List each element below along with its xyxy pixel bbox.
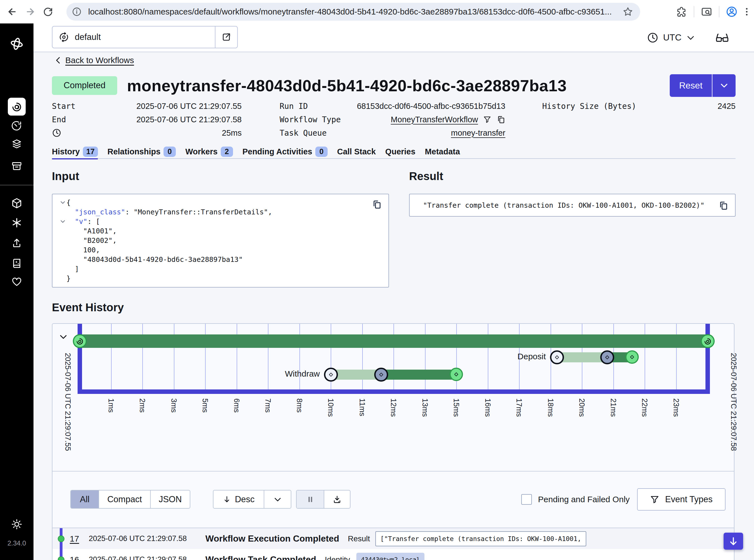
sort-desc-button[interactable]: Desc bbox=[213, 491, 264, 508]
sidebar-item-nexus[interactable] bbox=[0, 197, 34, 209]
axis-tick-label: 7ms bbox=[263, 398, 272, 413]
task-queue-link[interactable]: money-transfer bbox=[451, 128, 505, 138]
event-timestamp: 2025-07-06 UTC 21:29:07.58 bbox=[89, 534, 205, 543]
event-types-button[interactable]: Event Types bbox=[637, 488, 726, 511]
tab-call-stack[interactable]: Call Stack bbox=[337, 145, 376, 159]
event-id-link[interactable]: 16 bbox=[70, 555, 89, 560]
chevron-down-icon bbox=[719, 81, 729, 90]
sidebar-item-docs[interactable] bbox=[0, 258, 34, 269]
timezone-label: UTC bbox=[663, 33, 681, 43]
theme-toggle[interactable] bbox=[0, 518, 34, 530]
code-line: "json_class": "MoneyTransfer::TransferDe… bbox=[59, 207, 388, 217]
axis-tick-label: 22ms bbox=[640, 398, 649, 417]
address-bar[interactable]: localhost:8080/namespaces/default/workfl… bbox=[66, 3, 640, 21]
scroll-to-bottom-button[interactable] bbox=[724, 533, 743, 550]
extensions-button[interactable] bbox=[674, 6, 689, 17]
view-mode-all[interactable]: All bbox=[71, 491, 99, 508]
axis-tick-label: 20ms bbox=[577, 398, 586, 417]
back-to-workflows[interactable]: Back to Workflows bbox=[54, 56, 134, 65]
sidebar-item-workflows[interactable] bbox=[8, 98, 26, 116]
pending-failed-label[interactable]: Pending and Failed Only bbox=[538, 495, 630, 504]
search-tabs-button[interactable] bbox=[699, 6, 714, 18]
sidebar-item-namespaces[interactable] bbox=[0, 217, 34, 228]
activity-completed-marker[interactable] bbox=[450, 368, 463, 381]
activity-scheduled-bar[interactable] bbox=[331, 369, 381, 380]
browser-forward-button[interactable] bbox=[21, 3, 39, 21]
url-text[interactable]: localhost:8080/namespaces/default/workfl… bbox=[88, 7, 622, 17]
workflow-end-marker[interactable] bbox=[701, 334, 715, 348]
tab-label: Workers bbox=[185, 147, 218, 156]
namespace-selector[interactable]: default bbox=[52, 26, 238, 48]
workflow-execution-span[interactable] bbox=[80, 335, 708, 348]
axis-tick-label: 17ms bbox=[514, 398, 523, 417]
activity-scheduled-marker[interactable] bbox=[324, 368, 338, 382]
timeline-collapse-toggle[interactable] bbox=[59, 332, 68, 343]
deployments-layers-icon bbox=[11, 138, 22, 149]
browser-menu-button[interactable] bbox=[739, 7, 754, 17]
bookmark-star-icon[interactable] bbox=[622, 6, 633, 17]
workflow-type-link[interactable]: MoneyTransferWorkflow bbox=[391, 115, 478, 124]
timezone-selector[interactable]: UTC bbox=[647, 23, 695, 52]
profile-button[interactable] bbox=[724, 5, 739, 18]
timeline-chart: 1ms2ms3ms5ms6ms7ms8ms10ms11ms12ms13ms15m… bbox=[53, 324, 734, 471]
docs-book-icon bbox=[11, 258, 22, 269]
sidebar-item-deployments[interactable] bbox=[0, 138, 34, 149]
toolbar-separator bbox=[694, 6, 694, 17]
activity-scheduled-bar[interactable] bbox=[557, 352, 607, 362]
collapse-chevron-icon[interactable] bbox=[59, 218, 66, 224]
view-mode-json[interactable]: JSON bbox=[150, 491, 190, 508]
filter-funnel-icon[interactable] bbox=[483, 115, 491, 124]
back-link[interactable]: Back to Workflows bbox=[65, 56, 134, 65]
tab-pending-activities[interactable]: Pending Activities0 bbox=[243, 145, 328, 159]
event-name: Workflow Task Completed bbox=[205, 555, 316, 560]
activity-completed-marker[interactable] bbox=[625, 351, 639, 364]
labs-toggle[interactable] bbox=[715, 23, 730, 52]
sort-menu-button[interactable] bbox=[264, 491, 291, 508]
collapse-chevron-icon[interactable] bbox=[59, 199, 66, 205]
browser-back-button[interactable] bbox=[3, 3, 21, 21]
namespace-external-link-button[interactable] bbox=[215, 26, 237, 48]
event-row[interactable]: 162025-07-06 UTC 21:29:07.58Workflow Tas… bbox=[53, 549, 734, 560]
download-events-button[interactable] bbox=[324, 491, 350, 508]
gridline bbox=[488, 324, 488, 390]
browser-reload-button[interactable] bbox=[39, 3, 57, 21]
activity-scheduled-marker[interactable] bbox=[550, 351, 564, 364]
copy-icon[interactable] bbox=[718, 200, 728, 211]
sidebar-item-batch-operations[interactable] bbox=[0, 161, 34, 172]
workflow-start-marker[interactable] bbox=[73, 334, 87, 348]
tab-history[interactable]: History17 bbox=[52, 145, 98, 159]
activity-running-bar[interactable] bbox=[381, 369, 456, 380]
tab-metadata[interactable]: Metadata bbox=[425, 145, 460, 159]
namespace-select[interactable]: default bbox=[53, 26, 215, 48]
temporal-logo[interactable] bbox=[0, 37, 34, 51]
sidebar-item-import[interactable] bbox=[0, 237, 34, 248]
copy-icon[interactable] bbox=[496, 115, 505, 124]
activity-started-marker[interactable] bbox=[374, 368, 388, 382]
gridline bbox=[237, 324, 237, 390]
arrow-down-icon bbox=[223, 495, 231, 504]
event-table-controls: AllCompactJSON Desc bbox=[53, 471, 734, 527]
copy-icon[interactable] bbox=[372, 199, 382, 209]
event-row[interactable]: 172025-07-06 UTC 21:29:07.58Workflow Exe… bbox=[53, 528, 734, 549]
tab-workers[interactable]: Workers2 bbox=[185, 145, 233, 159]
sidebar-item-feedback[interactable] bbox=[0, 276, 34, 287]
event-history-heading: Event History bbox=[52, 301, 124, 314]
site-info-icon[interactable] bbox=[72, 6, 82, 17]
event-dot bbox=[58, 536, 64, 542]
pending-failed-checkbox[interactable] bbox=[521, 494, 532, 505]
timeline-end-date: 2025-07-06 UTC 21:29:07.58 bbox=[729, 353, 738, 451]
temporal-logo-icon bbox=[10, 37, 24, 51]
event-dot bbox=[58, 556, 64, 560]
pause-updates-button[interactable] bbox=[297, 491, 324, 508]
reset-button[interactable]: Reset bbox=[670, 74, 712, 97]
gridline bbox=[142, 324, 143, 390]
sidebar-item-schedules[interactable] bbox=[0, 121, 34, 132]
reset-menu-button[interactable] bbox=[712, 74, 736, 97]
window-search-icon bbox=[701, 6, 712, 18]
tab-queries[interactable]: Queries bbox=[385, 145, 415, 159]
event-id-link[interactable]: 17 bbox=[70, 534, 89, 543]
view-mode-compact[interactable]: Compact bbox=[99, 491, 150, 508]
extensions-puzzle-icon bbox=[676, 6, 687, 17]
activity-started-marker[interactable] bbox=[600, 351, 614, 364]
tab-relationships[interactable]: Relationships0 bbox=[107, 145, 176, 159]
